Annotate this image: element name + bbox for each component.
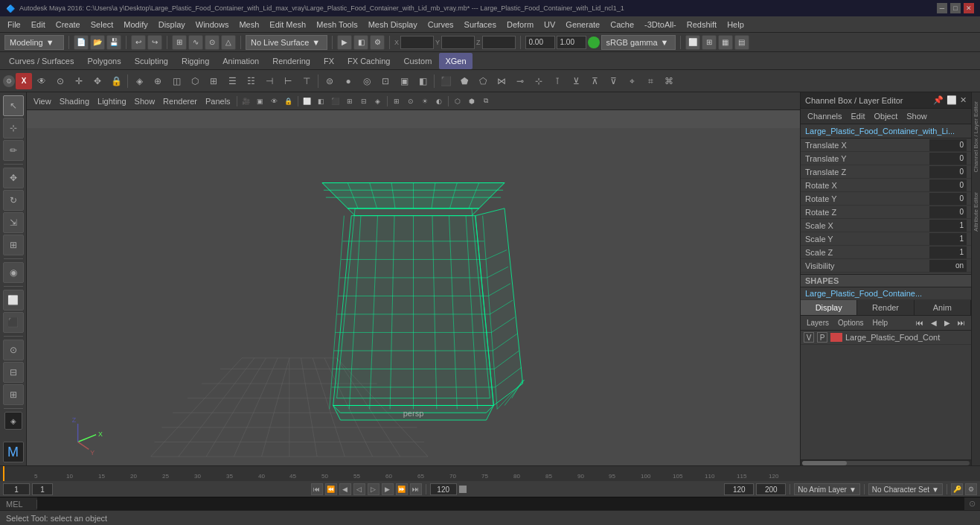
open-file-btn[interactable]: 📂: [90, 35, 105, 50]
tool-icon16[interactable]: ◧: [414, 72, 432, 90]
tool-icon15[interactable]: ▣: [395, 72, 413, 90]
help-menu[interactable]: Help: [869, 318, 891, 328]
tool-icon9[interactable]: ⊢: [279, 72, 297, 90]
tool-icon5[interactable]: ⊞: [205, 72, 222, 90]
tool-lock-btn[interactable]: 🔒: [107, 72, 125, 90]
tool-icon18[interactable]: ⬟: [455, 72, 473, 90]
layers-menu[interactable]: Layers: [804, 318, 832, 328]
prev-key-btn[interactable]: ◀: [339, 483, 351, 495]
options-menu[interactable]: Options: [835, 318, 866, 328]
cb-edit-menu[interactable]: Edit: [847, 111, 868, 121]
minimize-button[interactable]: ─: [937, 3, 947, 13]
render-settings-btn[interactable]: ⚙: [370, 35, 385, 50]
channel-visibility[interactable]: Visibility on: [801, 259, 971, 273]
channel-rotate-y[interactable]: Rotate Y 0: [801, 192, 971, 206]
no-live-surface-dropdown[interactable]: No Live Surface ▼: [246, 35, 327, 50]
vp-shading-btn4[interactable]: ⊞: [343, 95, 356, 108]
prev-frame-btn[interactable]: ⏪: [325, 483, 337, 495]
undo-btn[interactable]: ↩: [131, 35, 146, 50]
gamma-val1-input[interactable]: [525, 36, 555, 49]
vp-cam-btn[interactable]: 🎥: [240, 95, 253, 108]
tool-btn-misc3[interactable]: ⊞: [3, 384, 24, 405]
go-to-start-btn[interactable]: ⏮: [311, 483, 323, 495]
menu-mesh-display[interactable]: Mesh Display: [364, 19, 422, 31]
snap-grid-btn[interactable]: ⊞: [172, 35, 187, 50]
menu-redshift[interactable]: Redshift: [682, 19, 721, 31]
tool-icon27[interactable]: ⌖: [623, 72, 641, 90]
lasso-tool-btn[interactable]: ⊹: [3, 118, 24, 139]
tab-curves-surfaces[interactable]: Curves / Surfaces: [3, 53, 80, 69]
multi-transform-btn[interactable]: ⊞: [3, 235, 24, 255]
scale-tool-btn[interactable]: ⇲: [3, 212, 24, 233]
cb-object-menu[interactable]: Object: [870, 111, 901, 121]
tool-icon24[interactable]: ⊻: [567, 72, 585, 90]
tool-icon10[interactable]: ⊤: [298, 72, 316, 90]
key-options-btn[interactable]: 🔑: [951, 483, 963, 495]
menu-edit-mesh[interactable]: Edit Mesh: [265, 19, 310, 31]
play-back-btn[interactable]: ◁: [353, 483, 365, 495]
tool-btn-misc1[interactable]: ⊙: [3, 340, 24, 360]
single-view-btn[interactable]: ⬜: [685, 35, 700, 50]
vp-shading-btn3[interactable]: ⬛: [329, 95, 342, 108]
layout-btn1[interactable]: ▦: [718, 35, 733, 50]
vp-uv-btn[interactable]: ⊙: [404, 95, 417, 108]
layer-color-swatch[interactable]: [830, 333, 842, 342]
render-btn[interactable]: ▶: [337, 35, 352, 50]
menu-mesh-tools[interactable]: Mesh Tools: [312, 19, 362, 31]
soft-mod-btn[interactable]: ◉: [3, 262, 24, 283]
start-frame-input[interactable]: [3, 483, 30, 495]
snap-curve-btn[interactable]: ∿: [188, 35, 203, 50]
channel-translate-z[interactable]: Translate Z 0: [801, 165, 971, 179]
cb-close-btn[interactable]: ✕: [960, 95, 967, 105]
vp-shading-btn1[interactable]: ⬜: [301, 95, 314, 108]
vp-grid-btn[interactable]: ⊞: [390, 95, 403, 108]
attribute-tab-2[interactable]: Attribute Editor: [972, 186, 980, 238]
tool-icon28[interactable]: ⌗: [641, 72, 659, 90]
layer-arrow-left-left[interactable]: ⏮: [913, 318, 926, 328]
tool-move-btn[interactable]: ✥: [89, 72, 106, 90]
layer-arrow-right[interactable]: ▶: [941, 318, 953, 328]
vp-light-btn[interactable]: ☀: [418, 95, 432, 108]
tool-icon3[interactable]: ◫: [167, 72, 185, 90]
save-file-btn[interactable]: 💾: [106, 35, 121, 50]
paint-select-btn[interactable]: ✏: [3, 140, 24, 161]
new-file-btn[interactable]: 📄: [74, 35, 89, 50]
tool-icon1[interactable]: ◈: [130, 72, 148, 90]
vp-menu-view[interactable]: View: [30, 95, 55, 108]
mode-dropdown[interactable]: Modeling ▼: [4, 35, 64, 50]
vp-shading-btn2[interactable]: ◧: [315, 95, 328, 108]
tool-eye-btn[interactable]: 👁: [33, 72, 51, 90]
tool-icon13[interactable]: ◎: [358, 72, 376, 90]
go-to-end-btn[interactable]: ⏭: [410, 483, 422, 495]
move-tool-btn[interactable]: ✥: [3, 168, 24, 188]
channel-box-scrollbar[interactable]: [801, 459, 971, 465]
channel-rotate-x[interactable]: Rotate X 0: [801, 179, 971, 192]
menu-file[interactable]: File: [3, 19, 25, 31]
tool-icon2[interactable]: ⊕: [149, 72, 167, 90]
transform-z-input[interactable]: [482, 36, 516, 49]
tool-icon7[interactable]: ☷: [242, 72, 260, 90]
vp-bbox-btn[interactable]: ⬢: [465, 95, 478, 108]
cb-tab-display[interactable]: Display: [801, 300, 857, 315]
tool-icon21[interactable]: ⊸: [511, 72, 529, 90]
cmd-input[interactable]: [37, 497, 964, 510]
menu-display[interactable]: Display: [154, 19, 190, 31]
vp-iso-btn[interactable]: ⬡: [451, 95, 464, 108]
menu-curves[interactable]: Curves: [423, 19, 458, 31]
menu-surfaces[interactable]: Surfaces: [460, 19, 501, 31]
play-forward-btn[interactable]: ▷: [368, 483, 379, 495]
channel-rotate-z[interactable]: Rotate Z 0: [801, 206, 971, 219]
tool-plus-btn[interactable]: ✛: [70, 72, 88, 90]
menu-deform[interactable]: Deform: [502, 19, 538, 31]
maya-logo-btn[interactable]: M: [3, 442, 24, 462]
layout-btn2[interactable]: ▤: [734, 35, 749, 50]
menu-uv[interactable]: UV: [539, 19, 560, 31]
select-tool-btn[interactable]: ↖: [3, 95, 24, 116]
layer-playback-toggle[interactable]: P: [817, 332, 827, 343]
tool-circle-btn[interactable]: ⊙: [51, 72, 69, 90]
menu-edit[interactable]: Edit: [27, 19, 50, 31]
channel-scale-y[interactable]: Scale Y 1: [801, 232, 971, 246]
menu-help[interactable]: Help: [723, 19, 749, 31]
anim-layer-dropdown[interactable]: No Anim Layer ▼: [794, 483, 860, 495]
cb-pin-btn[interactable]: 📌: [933, 95, 944, 105]
